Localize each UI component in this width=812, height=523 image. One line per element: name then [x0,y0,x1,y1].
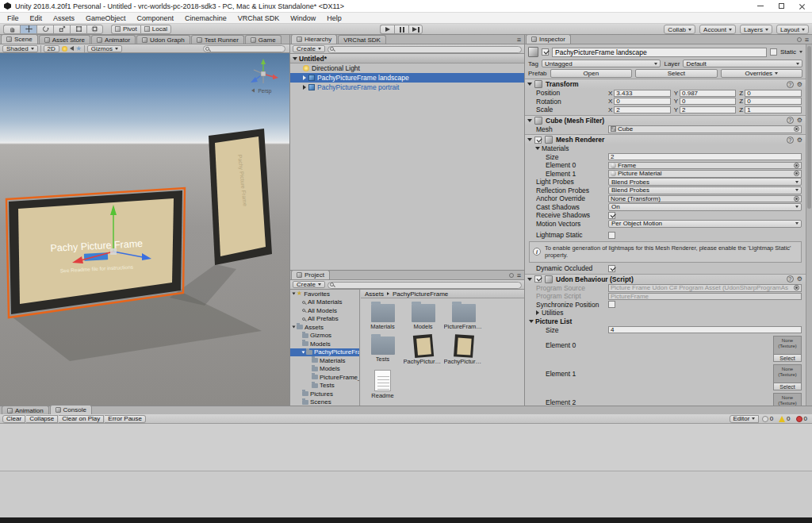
asset-prefab-portrait[interactable]: PachyPictureFra... [443,333,484,365]
position-z-field[interactable]: 0 [745,90,802,97]
help-icon[interactable]: ? [787,117,794,124]
synchronize-position-checkbox[interactable] [608,301,615,308]
gizmo-center-cube[interactable] [261,71,266,76]
mesh-filter-component-header[interactable]: Cube (Mesh Filter) ?⚙ [525,115,806,125]
shading-mode-dropdown[interactable]: Shaded [2,45,38,52]
component-enabled-checkbox[interactable] [534,275,542,283]
foldout-icon[interactable] [536,310,539,315]
tree-pachypictureframe[interactable]: PachyPictureFrame [290,348,359,357]
layer-dropdown[interactable]: Default [683,60,802,67]
gizmo-y-cone[interactable] [261,59,266,64]
mesh-object-field[interactable]: Cube [608,125,802,133]
close-button[interactable] [791,0,812,12]
transform-tool-button[interactable] [86,25,103,34]
tree-gizmos[interactable]: Gizmos [290,332,359,340]
material-element1-field[interactable]: Picture Material [608,170,802,178]
transform-component-header[interactable]: Transform ?⚙ [525,79,806,89]
anchor-override-field[interactable]: None (Transform) [608,195,802,203]
menu-cinemachine[interactable]: Cinemachine [179,14,232,22]
move-tool-button[interactable] [20,25,36,34]
minimize-button[interactable] [750,0,771,12]
picture-list-foldout[interactable]: Picture List [525,317,806,326]
tag-dropdown[interactable]: Untagged [542,60,661,67]
materials-foldout[interactable]: Materials [525,144,806,153]
scene-orientation-gizmo[interactable]: Persp [251,59,278,94]
tab-scene[interactable]: Scene [1,34,38,44]
rotation-y-field[interactable]: 0 [680,98,736,105]
rotation-x-field[interactable]: 0 [614,98,670,105]
scene-viewport[interactable]: Pachy Picture Frame Pachy Picture Frame … [0,53,289,406]
breadcrumb-assets[interactable]: Assets [365,290,384,298]
light-probes-dropdown[interactable]: Blend Probes [608,178,802,186]
menu-assets[interactable]: Assets [48,14,80,22]
foldout-icon[interactable] [293,326,296,329]
menu-window[interactable]: Window [285,14,321,22]
console-error-count[interactable]: 0 [794,415,810,422]
menu-help[interactable]: Help [321,14,347,22]
udon-behaviour-component-header[interactable]: Udon Behaviour (Script) ?⚙ [525,274,806,284]
cast-shadows-dropdown[interactable]: On [608,203,802,211]
inspector-scrollbar[interactable] [806,44,812,406]
menu-gameobject[interactable]: GameObject [80,14,132,22]
foldout-icon[interactable] [527,83,532,86]
asset-readme[interactable]: Readme [362,368,403,399]
project-search-input[interactable] [327,282,522,289]
prefab-select-button[interactable]: Select [635,69,717,78]
tab-hierarchy[interactable]: Hierarchy [291,34,337,44]
tree-materials[interactable]: Materials [290,356,359,365]
tree-models[interactable]: Models [290,340,359,348]
console-clear-on-play-button[interactable]: Clear on Play [59,415,104,423]
help-icon[interactable]: ? [787,81,794,88]
hierarchy-scene-row[interactable]: Untitled* [290,54,524,63]
scene-lighting-toggle-icon[interactable] [62,46,67,52]
console-clear-button[interactable]: Clear [2,415,25,423]
scale-y-field[interactable]: 2 [680,106,736,113]
tree-pictures[interactable]: Pictures [290,390,359,398]
console-log-list[interactable] [0,424,812,471]
asset-folder-pictureframe-udon[interactable]: PictureFrame_Ud... [443,301,484,330]
scale-tool-button[interactable] [53,25,70,34]
pivot-button[interactable]: Pivot [111,25,140,34]
foldout-icon[interactable] [303,75,306,80]
reflection-probes-dropdown[interactable]: Blend Probes [608,187,802,194]
object-picker-icon[interactable] [794,171,799,176]
scale-x-field[interactable]: 2 [614,106,670,113]
component-enabled-checkbox[interactable] [534,137,542,144]
pause-button[interactable] [394,25,408,34]
portrait-frame-object[interactable]: Pachy Picture Frame [209,129,272,265]
hierarchy-item-pachypictureframe-portrait[interactable]: PachyPictureFrame portrait [290,83,524,92]
scrollbar-thumb[interactable] [807,46,811,209]
prefab-overrides-button[interactable]: Overrides [721,69,802,78]
rotation-z-field[interactable]: 0 [745,98,802,105]
gizmo-center-handle[interactable] [110,248,117,255]
console-info-count[interactable]: 0 [760,415,776,422]
persp-label[interactable]: Persp [259,88,272,94]
foldout-icon[interactable] [529,320,534,323]
tab-vrchat-sdk[interactable]: VRChat SDK [338,35,386,44]
foldout-icon[interactable] [527,119,532,122]
rect-tool-button[interactable] [70,25,86,34]
gizmo-x-cone[interactable] [273,75,278,80]
mesh-renderer-component-header[interactable]: Mesh Renderer ?⚙ [525,134,806,144]
foldout-icon[interactable] [293,57,297,60]
material-element0-field[interactable]: Frame [608,162,802,170]
hierarchy-create-button[interactable]: Create [293,45,325,52]
tab-inspector[interactable]: Inspector [526,34,571,44]
play-button[interactable] [380,25,394,34]
position-y-field[interactable]: 0.987 [680,90,736,97]
static-dropdown-icon[interactable] [799,51,802,53]
active-checkbox[interactable] [542,48,549,56]
asset-folder-materials[interactable]: Materials [362,301,403,330]
scene-effects-dropdown-icon[interactable] [76,46,82,52]
picture-element-2-texture-slot[interactable]: None (Texture) Select [773,393,802,406]
asset-prefab-landscape[interactable]: PachyPictureFra... [403,333,443,365]
tree-models-sub[interactable]: Models [290,365,359,374]
object-picker-icon[interactable] [794,196,799,202]
local-button[interactable]: Local [140,25,171,34]
tree-all-prefabs[interactable]: All Prefabs [290,315,359,324]
foldout-icon[interactable] [302,351,305,353]
static-checkbox[interactable] [770,48,777,56]
2d-toggle[interactable]: 2D [44,45,59,52]
picture-element-1-texture-slot[interactable]: None (Texture) Select [773,364,802,390]
lightmap-static-checkbox[interactable] [608,232,615,239]
